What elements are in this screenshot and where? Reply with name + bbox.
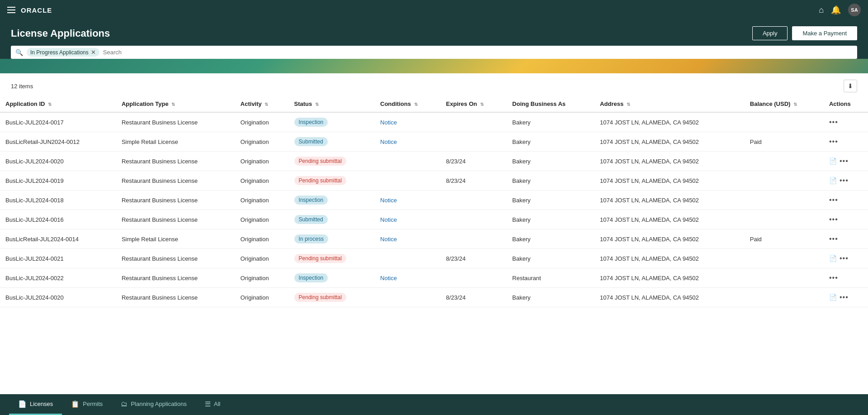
more-actions-button[interactable]: ••• bbox=[829, 235, 838, 243]
cell-doing-business: Bakery bbox=[507, 249, 594, 268]
col-activity[interactable]: Activity ⇅ bbox=[235, 96, 289, 112]
more-actions-button[interactable]: ••• bbox=[840, 293, 849, 301]
cell-activity: Origination bbox=[235, 268, 289, 288]
cell-balance: Paid bbox=[745, 229, 824, 249]
table-body: BusLic-JUL2024-0017 Restaurant Business … bbox=[0, 112, 868, 307]
col-expires[interactable]: Expires On ⇅ bbox=[441, 96, 507, 112]
permits-nav-icon: 📋 bbox=[71, 400, 80, 408]
document-icon[interactable]: 📄 bbox=[829, 255, 837, 262]
cell-address: 1074 JOST LN, ALAMEDA, CA 94502 bbox=[594, 288, 745, 307]
user-avatar[interactable]: SA bbox=[848, 4, 861, 16]
conditions-notice-link[interactable]: Notice bbox=[380, 216, 397, 223]
search-tag[interactable]: In Progress Applications ✕ bbox=[27, 48, 99, 57]
cell-activity: Origination bbox=[235, 249, 289, 268]
col-address[interactable]: Address ⇅ bbox=[594, 96, 745, 112]
cell-actions: ••• bbox=[824, 229, 868, 249]
cell-app-type: Restaurant Business License bbox=[116, 288, 235, 307]
col-balance[interactable]: Balance (USD) ⇅ bbox=[745, 96, 824, 112]
make-payment-button[interactable]: Make a Payment bbox=[792, 26, 857, 40]
conditions-notice-link[interactable]: Notice bbox=[380, 236, 397, 243]
table-row: BusLic-JUL2024-0019 Restaurant Business … bbox=[0, 171, 868, 191]
search-tag-close-icon[interactable]: ✕ bbox=[91, 49, 96, 56]
cell-doing-business: Bakery bbox=[507, 210, 594, 229]
search-input[interactable] bbox=[103, 49, 853, 56]
more-actions-button[interactable]: ••• bbox=[840, 176, 849, 185]
bottom-nav-item-licenses[interactable]: 📄Licenses bbox=[9, 394, 62, 415]
cell-status: Pending submittal bbox=[289, 249, 375, 268]
more-actions-button[interactable]: ••• bbox=[829, 215, 838, 224]
page-title: License Applications bbox=[11, 28, 110, 39]
search-icon: 🔍 bbox=[15, 49, 23, 56]
cell-balance: Paid bbox=[745, 132, 824, 152]
conditions-notice-link[interactable]: Notice bbox=[380, 138, 397, 145]
cell-conditions: Notice bbox=[375, 268, 441, 288]
conditions-notice-link[interactable]: Notice bbox=[380, 275, 397, 281]
cell-balance bbox=[745, 152, 824, 171]
cell-status: Pending submittal bbox=[289, 288, 375, 307]
conditions-notice-link[interactable]: Notice bbox=[380, 119, 397, 126]
cell-activity: Origination bbox=[235, 210, 289, 229]
licenses-nav-icon: 📄 bbox=[18, 400, 27, 408]
nav-right: ⌂ 🔔 SA bbox=[819, 4, 861, 16]
cell-expires: 8/23/24 bbox=[441, 152, 507, 171]
table-row: BusLic-JUL2024-0022 Restaurant Business … bbox=[0, 268, 868, 288]
document-icon[interactable]: 📄 bbox=[829, 177, 837, 184]
more-actions-button[interactable]: ••• bbox=[829, 118, 838, 126]
status-badge: Pending submittal bbox=[294, 254, 346, 263]
cell-app-type: Restaurant Business License bbox=[116, 268, 235, 288]
home-icon[interactable]: ⌂ bbox=[819, 5, 824, 15]
cell-conditions bbox=[375, 171, 441, 191]
cell-address: 1074 JOST LN, ALAMEDA, CA 94502 bbox=[594, 249, 745, 268]
cell-expires: 8/23/24 bbox=[441, 249, 507, 268]
status-badge: In process bbox=[294, 234, 328, 243]
bottom-nav-item-permits[interactable]: 📋Permits bbox=[62, 394, 112, 415]
bottom-nav-item-all[interactable]: ☰All bbox=[196, 394, 229, 415]
more-actions-button[interactable]: ••• bbox=[829, 274, 838, 282]
col-app-type[interactable]: Application Type ⇅ bbox=[116, 96, 235, 112]
status-badge: Inspection bbox=[294, 273, 328, 282]
status-badge: Submitted bbox=[294, 215, 328, 224]
status-badge: Pending submittal bbox=[294, 157, 346, 166]
cell-actions: 📄 ••• bbox=[824, 171, 868, 191]
cell-expires bbox=[441, 210, 507, 229]
cell-balance bbox=[745, 210, 824, 229]
download-button[interactable]: ⬇ bbox=[844, 80, 857, 92]
col-conditions[interactable]: Conditions ⇅ bbox=[375, 96, 441, 112]
cell-expires bbox=[441, 268, 507, 288]
apply-button[interactable]: Apply bbox=[752, 26, 788, 40]
cell-app-id: BusLic-JUL2024-0020 bbox=[0, 152, 116, 171]
cell-doing-business: Bakery bbox=[507, 152, 594, 171]
header-area: License Applications Apply Make a Paymen… bbox=[0, 20, 868, 59]
bottom-nav-item-planning[interactable]: 🗂Planning Applications bbox=[112, 394, 196, 415]
cell-activity: Origination bbox=[235, 229, 289, 249]
hamburger-menu[interactable] bbox=[7, 7, 15, 13]
table-row: BusLicRetail-JUL2024-0014 Simple Retail … bbox=[0, 229, 868, 249]
all-nav-icon: ☰ bbox=[205, 400, 211, 408]
more-actions-button[interactable]: ••• bbox=[840, 254, 849, 262]
cell-app-id: BusLic-JUL2024-0018 bbox=[0, 191, 116, 210]
cell-address: 1074 JOST LN, ALAMEDA, CA 94502 bbox=[594, 229, 745, 249]
cell-app-type: Restaurant Business License bbox=[116, 249, 235, 268]
table-row: BusLic-JUL2024-0017 Restaurant Business … bbox=[0, 112, 868, 132]
col-status[interactable]: Status ⇅ bbox=[289, 96, 375, 112]
cell-doing-business: Bakery bbox=[507, 112, 594, 132]
more-actions-button[interactable]: ••• bbox=[829, 196, 838, 204]
cell-conditions: Notice bbox=[375, 229, 441, 249]
conditions-notice-link[interactable]: Notice bbox=[380, 197, 397, 204]
cell-app-type: Restaurant Business License bbox=[116, 112, 235, 132]
cell-app-id: BusLic-JUL2024-0017 bbox=[0, 112, 116, 132]
cell-address: 1074 JOST LN, ALAMEDA, CA 94502 bbox=[594, 171, 745, 191]
cell-doing-business: Restaurant bbox=[507, 268, 594, 288]
more-actions-button[interactable]: ••• bbox=[840, 157, 849, 165]
status-badge: Inspection bbox=[294, 196, 328, 205]
more-actions-button[interactable]: ••• bbox=[829, 138, 838, 146]
cell-expires: 8/23/24 bbox=[441, 288, 507, 307]
col-doing-business: Doing Business As bbox=[507, 96, 594, 112]
cell-conditions bbox=[375, 152, 441, 171]
col-actions: Actions bbox=[824, 96, 868, 112]
bell-icon[interactable]: 🔔 bbox=[831, 5, 841, 15]
col-app-id[interactable]: Application ID ⇅ bbox=[0, 96, 116, 112]
cell-app-id: BusLic-JUL2024-0021 bbox=[0, 249, 116, 268]
document-icon[interactable]: 📄 bbox=[829, 157, 837, 165]
document-icon[interactable]: 📄 bbox=[829, 294, 837, 301]
